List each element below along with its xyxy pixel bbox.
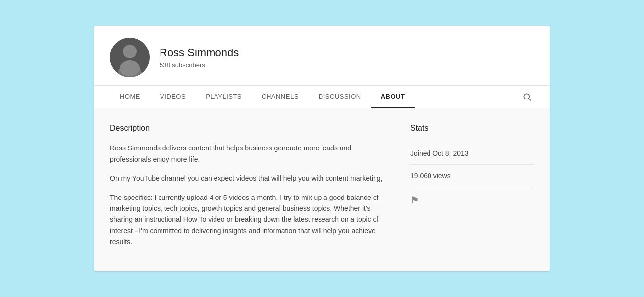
- description-para-3: The specifics: I currently upload 4 or 5…: [110, 192, 390, 248]
- channel-body: Description Ross Simmonds delivers conte…: [94, 108, 550, 271]
- svg-point-4: [524, 94, 529, 99]
- description-section: Description Ross Simmonds delivers conte…: [110, 124, 390, 255]
- channel-card: Ross Simmonds 538 subscribers HOME VIDEO…: [94, 26, 550, 271]
- channel-name: Ross Simmonds: [160, 47, 239, 59]
- stat-joined: Joined Oct 8, 2013: [410, 143, 534, 165]
- svg-line-5: [529, 99, 531, 101]
- description-title: Description: [110, 124, 390, 133]
- stats-section: Stats Joined Oct 8, 2013 19,060 views ⚑: [410, 124, 534, 255]
- stats-title: Stats: [410, 124, 534, 133]
- description-para-2: On my YouTube channel you can expect vid…: [110, 173, 390, 184]
- tab-channels[interactable]: CHANNELS: [252, 86, 309, 108]
- channel-header: Ross Simmonds 538 subscribers: [94, 26, 550, 85]
- channel-nav: HOME VIDEOS PLAYLISTS CHANNELS DISCUSSIO…: [94, 85, 550, 108]
- tab-playlists[interactable]: PLAYLISTS: [196, 86, 252, 108]
- channel-subscribers: 538 subscribers: [160, 61, 239, 69]
- channel-info: Ross Simmonds 538 subscribers: [160, 47, 239, 69]
- description-para-1: Ross Simmonds delivers content that help…: [110, 143, 390, 165]
- svg-point-1: [123, 45, 137, 58]
- search-icon[interactable]: [520, 87, 534, 107]
- nav-tabs: HOME VIDEOS PLAYLISTS CHANNELS DISCUSSIO…: [110, 86, 520, 108]
- tab-about[interactable]: ABOUT: [371, 86, 415, 108]
- flag-icon[interactable]: ⚑: [410, 187, 534, 213]
- stat-views: 19,060 views: [410, 165, 534, 187]
- tab-home[interactable]: HOME: [110, 86, 150, 108]
- svg-point-3: [120, 60, 140, 76]
- avatar: [110, 38, 150, 77]
- tab-videos[interactable]: VIDEOS: [150, 86, 196, 108]
- tab-discussion[interactable]: DISCUSSION: [309, 86, 371, 108]
